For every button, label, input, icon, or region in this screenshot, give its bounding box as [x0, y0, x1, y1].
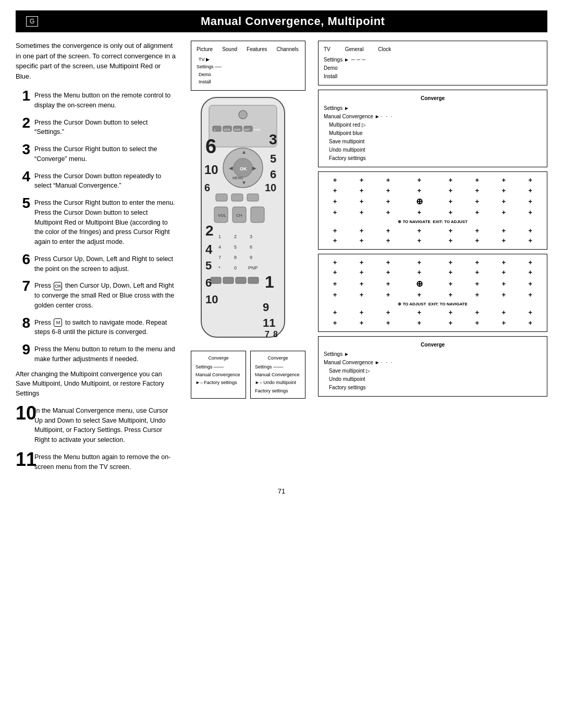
svg-text:VCR: VCR — [224, 128, 230, 131]
svg-text:DVD: DVD — [234, 128, 241, 131]
step-number-9: 9 — [16, 342, 30, 357]
step-text-4: Press the Cursor Down button repeatedly … — [34, 169, 177, 191]
menu-top-tabs: Picture Sound Features Channels — [197, 45, 300, 54]
step-text-6: Press Cursor Up, Down, Left and Right to… — [34, 252, 177, 274]
step-text-11: Press the Menu button again to remove th… — [34, 450, 177, 472]
svg-text:▼: ▼ — [241, 180, 247, 186]
svg-text:10: 10 — [265, 182, 276, 193]
svg-text:10: 10 — [205, 293, 218, 306]
svg-rect-25 — [251, 207, 264, 223]
step-10: 10 In the Manual Convergence menu, use C… — [16, 404, 177, 445]
menu-diagram-undo-bottom: Converge Settings ─── Manual Convergence… — [250, 351, 305, 399]
svg-text:8: 8 — [273, 330, 278, 339]
left-column: Sometimes the convergence is only out of… — [16, 41, 177, 477]
header-letter: G — [26, 16, 38, 27]
step-text-3: Press the Cursor Right button to select … — [34, 142, 177, 164]
svg-text:OK: OK — [240, 166, 247, 171]
step-number-4: 4 — [16, 169, 30, 184]
step-number-11: 11 — [16, 450, 30, 469]
svg-text:4: 4 — [218, 244, 221, 250]
step-number-10: 10 — [16, 404, 30, 423]
intro-text: Sometimes the convergence is only out of… — [16, 41, 177, 81]
step-3: 3 Press the Cursor Right button to selec… — [16, 142, 177, 164]
step-text-2: Press the Cursor Down button to select “… — [34, 116, 177, 138]
step-text-8: Press M to switch to navigate mode. Repe… — [34, 316, 177, 338]
svg-text:CH: CH — [236, 213, 242, 218]
svg-text:◀: ◀ — [229, 165, 233, 171]
grid-navigate-diagram: +++ +++ ++ +++ +++ ++ +++ ⊕+ +++ — [318, 171, 547, 250]
svg-rect-21 — [231, 194, 243, 201]
main-content: Sometimes the convergence is only out of… — [16, 41, 547, 477]
svg-text:6: 6 — [205, 135, 216, 157]
svg-text:8: 8 — [234, 255, 237, 260]
remote-image: L VCR DVD SAT AMP OK ▲ ▼ ◀ — [186, 95, 311, 347]
svg-rect-43 — [248, 277, 259, 283]
step-5: 5 Press the Cursor Right button to enter… — [16, 196, 177, 247]
svg-text:5: 5 — [234, 244, 237, 250]
grid-adjust-table: +++ +++ ++ +++ +++ ++ +++ ⊕+ +++ — [322, 257, 544, 328]
step-4: 4 Press the Cursor Down button repeatedl… — [16, 169, 177, 191]
step-1: 1 Press the Menu button on the remote co… — [16, 89, 177, 110]
svg-text:9: 9 — [263, 301, 269, 314]
step-number-8: 8 — [16, 316, 30, 330]
svg-text:9: 9 — [250, 255, 252, 260]
step-number-2: 2 — [16, 116, 30, 130]
svg-rect-40 — [211, 277, 221, 283]
step-number-5: 5 — [16, 196, 30, 211]
step-number-3: 3 — [16, 142, 30, 157]
svg-text:5: 5 — [205, 259, 212, 272]
step-text-5: Press the Cursor Right button to enter t… — [34, 196, 177, 247]
svg-text:10: 10 — [204, 163, 218, 177]
svg-text:*: * — [218, 265, 221, 270]
right-diagrams: TV General Clock Settings ► ─── Demo Ins… — [318, 41, 547, 399]
svg-text:3: 3 — [269, 131, 277, 147]
step-2: 2 Press the Cursor Down button to select… — [16, 116, 177, 138]
svg-text:3: 3 — [250, 234, 252, 239]
svg-text:SAT: SAT — [244, 128, 250, 131]
menu-diagram-top-center: Picture Sound Features Channels TV ▶ Set… — [191, 41, 305, 91]
step-8: 8 Press M to switch to navigate mode. Re… — [16, 316, 177, 338]
after-text: After changing the Multipoint convergenc… — [16, 369, 177, 399]
svg-text:11: 11 — [263, 316, 275, 329]
step-11: 11 Press the Menu button again to remove… — [16, 450, 177, 472]
svg-text:▶: ▶ — [252, 165, 256, 171]
step-text-7: Press OK then Cursor Up, Down, Left and … — [34, 279, 177, 310]
page-header: G Manual Convergence, Multipoint — [16, 10, 547, 32]
svg-rect-41 — [223, 277, 234, 283]
svg-text:0: 0 — [234, 265, 237, 270]
ok-icon: OK — [54, 282, 62, 290]
svg-point-2 — [239, 110, 247, 119]
svg-text:▲: ▲ — [241, 149, 247, 155]
menu-diagram-converge-full: Converge Settings ► Manual Convergence ►… — [318, 90, 547, 167]
svg-text:4: 4 — [205, 242, 213, 256]
step-text-1: Press the Menu button on the remote cont… — [34, 89, 177, 110]
page-title: Manual Convergence, Multipoint — [48, 15, 537, 28]
svg-rect-42 — [236, 277, 246, 283]
svg-text:2: 2 — [234, 234, 237, 239]
svg-rect-22 — [247, 194, 259, 201]
svg-text:MENU: MENU — [232, 176, 243, 180]
svg-text:VOL: VOL — [218, 213, 227, 218]
svg-text:6: 6 — [205, 276, 212, 289]
svg-text:PNP: PNP — [248, 265, 258, 270]
step-9: 9 Press the Menu button to return to the… — [16, 342, 177, 364]
svg-text:6: 6 — [204, 182, 210, 193]
menu-diagram-factory: Converge Settings ─── Manual Convergence… — [191, 351, 246, 399]
step-7: 7 Press OK then Cursor Up, Down, Left an… — [16, 279, 177, 310]
page-number: 71 — [16, 487, 547, 495]
step-number-6: 6 — [16, 252, 30, 267]
svg-text:AMP: AMP — [254, 128, 261, 131]
step-text-10: In the Manual Convergence menu, use Curs… — [34, 404, 177, 445]
svg-text:5: 5 — [270, 152, 276, 165]
menu-icon-inline: M — [54, 318, 62, 327]
svg-text:6: 6 — [250, 244, 252, 250]
menu-diagram-top-right: TV General Clock Settings ► ─── Demo Ins… — [318, 41, 547, 85]
svg-text:7: 7 — [265, 330, 270, 339]
step-number-1: 1 — [16, 89, 30, 103]
step-text-9: Press the Menu button to return to the m… — [34, 342, 177, 364]
grid-navigate-table: +++ +++ ++ +++ +++ ++ +++ ⊕+ +++ — [322, 175, 544, 246]
menu-diagram-converge-save: Converge Settings ► Manual Convergence ►… — [318, 336, 547, 397]
step-number-7: 7 — [16, 279, 30, 293]
svg-text:1: 1 — [265, 273, 274, 291]
grid-adjust-diagram: +++ +++ ++ +++ +++ ++ +++ ⊕+ +++ — [318, 254, 547, 332]
